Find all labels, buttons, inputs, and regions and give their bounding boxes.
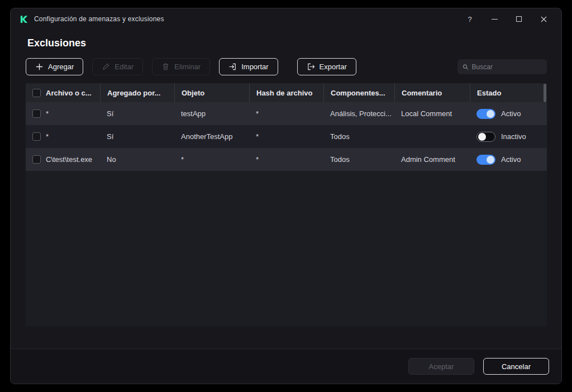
dialog-footer: Aceptar Cancelar	[11, 348, 561, 384]
cell-hash: *	[249, 155, 323, 164]
cell-hash: *	[249, 109, 323, 118]
toolbar: Agregar Editar Eliminar Importar Exporta…	[11, 52, 561, 75]
cell-object: *	[174, 155, 249, 164]
column-header: Objeto	[174, 83, 249, 102]
state-label: Inactivo	[501, 132, 526, 141]
page-title: Exclusiones	[27, 37, 545, 49]
table-row[interactable]: *SítestApp*Análisis, Protecci...Local Co…	[26, 102, 547, 125]
search-input[interactable]	[472, 63, 542, 71]
cell-components: Todos	[323, 155, 394, 164]
cell-file: C\test\test.exe	[46, 155, 92, 164]
export-button[interactable]: Exportar	[297, 58, 356, 75]
cell-hash: *	[249, 132, 323, 141]
search-icon	[463, 64, 469, 70]
maximize-button[interactable]	[507, 11, 531, 27]
cell-comment: Local Comment	[394, 109, 470, 118]
cell-file: *	[46, 109, 49, 118]
cell-components: Todos	[323, 132, 394, 141]
cell-object: AnotherTestApp	[174, 132, 249, 141]
cancel-button[interactable]: Cancelar	[483, 358, 549, 375]
cell-added-by: Sí	[100, 132, 174, 141]
app-window: Configuración de amenazas y exclusiones …	[10, 8, 562, 384]
accept-button[interactable]: Aceptar	[408, 358, 474, 375]
row-checkbox[interactable]	[32, 132, 41, 141]
cell-added-by: No	[100, 155, 174, 164]
state-toggle[interactable]	[476, 155, 495, 165]
table-body: *SítestApp*Análisis, Protecci...Local Co…	[26, 102, 547, 171]
toggle-knob	[478, 133, 486, 141]
table-row[interactable]: C\test\test.exeNo**TodosAdmin CommentAct…	[26, 148, 547, 171]
pencil-icon	[102, 63, 110, 71]
column-header: Componentes...	[323, 83, 394, 102]
row-checkbox[interactable]	[32, 109, 41, 118]
trash-icon	[161, 63, 170, 71]
cell-added-by: Sí	[100, 109, 174, 118]
plus-icon	[35, 63, 44, 71]
export-icon	[307, 63, 315, 71]
search-box[interactable]	[457, 59, 547, 74]
toggle-knob	[487, 110, 494, 118]
add-button[interactable]: Agregar	[26, 58, 83, 75]
close-button[interactable]	[531, 11, 556, 27]
cell-object: testApp	[174, 109, 249, 118]
vertical-scrollbar[interactable]	[544, 84, 546, 102]
exclusions-table: Archivo o c... Agregado por... Objeto Ha…	[26, 83, 547, 326]
title-bar: Configuración de amenazas y exclusiones …	[11, 8, 561, 30]
window-title: Configuración de amenazas y exclusiones	[34, 15, 164, 23]
import-icon	[228, 63, 237, 71]
state-toggle[interactable]	[476, 132, 495, 142]
table-header: Archivo o c... Agregado por... Objeto Ha…	[26, 83, 547, 102]
edit-button[interactable]: Editar	[92, 58, 143, 75]
cell-comment: Admin Comment	[394, 155, 470, 164]
table-row[interactable]: *SíAnotherTestApp*TodosInactivo	[26, 125, 547, 148]
state-label: Activo	[501, 155, 521, 164]
close-icon	[541, 16, 547, 22]
cell-file: *	[46, 132, 49, 141]
minimize-button[interactable]	[482, 11, 507, 27]
import-button[interactable]: Importar	[219, 58, 278, 75]
column-header: Agregado por...	[100, 83, 174, 102]
kaspersky-logo-icon	[18, 14, 28, 24]
column-header: Estado	[470, 83, 547, 102]
select-all-checkbox[interactable]	[32, 89, 41, 97]
column-header: Archivo o c...	[46, 89, 92, 97]
cell-components: Análisis, Protecci...	[323, 109, 394, 118]
state-toggle[interactable]	[476, 109, 495, 119]
minimize-icon	[492, 19, 498, 20]
row-checkbox[interactable]	[32, 155, 41, 164]
column-header: Comentario	[394, 83, 470, 102]
delete-button[interactable]: Eliminar	[152, 58, 210, 75]
state-label: Activo	[501, 109, 521, 118]
help-button[interactable]: ?	[457, 11, 482, 27]
toggle-knob	[487, 156, 494, 164]
maximize-icon	[516, 16, 522, 22]
column-header: Hash de archivo	[249, 83, 323, 102]
